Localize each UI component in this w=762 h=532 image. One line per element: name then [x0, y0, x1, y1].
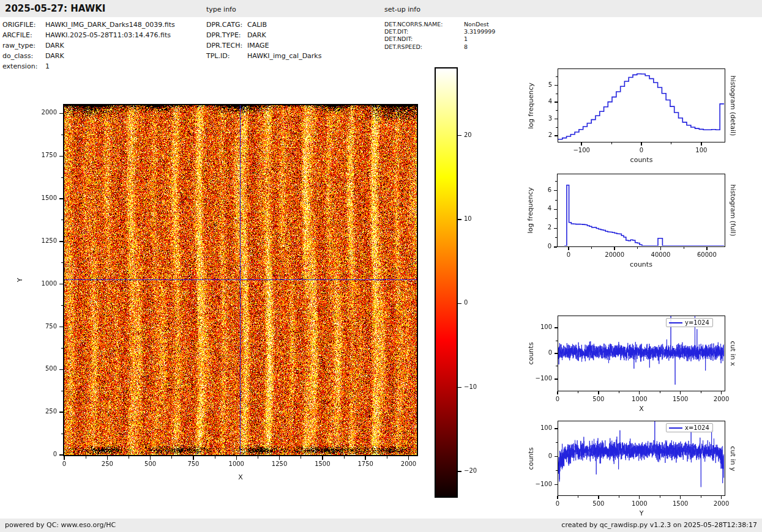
y-axis-label: counts	[527, 447, 535, 470]
tick-label: 100	[524, 424, 552, 431]
tick-mark	[556, 442, 558, 443]
legend-line-swatch	[669, 426, 682, 430]
cut-in-y-plot: 0500100015002000−1000100Ycountscut in yx…	[0, 0, 762, 532]
tick-label: 1000	[621, 500, 658, 507]
tick-label: −100	[524, 481, 552, 487]
footer-left-text: powered by QC: www.eso.org/HC	[5, 521, 116, 529]
right-side-label: cut in y	[729, 446, 737, 471]
legend-label: y=1024	[685, 319, 709, 326]
cut_y-curve	[558, 421, 724, 495]
tick-label: 2000	[703, 500, 740, 507]
tick-mark	[721, 496, 722, 499]
tick-mark	[701, 496, 701, 498]
crosshair-horizontal-line	[64, 279, 417, 280]
qc-report-page: 2025-05-27: HAWKI type info set-up info …	[0, 0, 762, 532]
tick-mark	[680, 496, 681, 499]
legend: y=1024	[666, 318, 713, 327]
tick-label: 0	[539, 500, 576, 507]
tick-mark	[557, 496, 558, 499]
legend-line-swatch	[669, 320, 682, 325]
legend: x=1024	[666, 423, 713, 432]
tick-mark	[556, 470, 558, 471]
tick-mark	[619, 496, 619, 498]
tick-mark	[578, 496, 578, 498]
tick-mark	[639, 496, 640, 499]
tick-mark	[555, 456, 558, 457]
tick-label: 500	[580, 500, 617, 507]
footer-bar: powered by QC: www.eso.org/HC created by…	[0, 519, 762, 532]
tick-mark	[555, 484, 558, 485]
tick-mark	[598, 496, 599, 499]
footer-right-text: created by qc_rawdisp.py v1.2.3 on 2025-…	[561, 521, 757, 529]
legend-label: x=1024	[685, 424, 709, 431]
tick-mark	[555, 428, 558, 429]
x-axis-label: Y	[558, 509, 725, 517]
tick-mark	[660, 496, 660, 498]
tick-label: 1500	[662, 500, 699, 507]
